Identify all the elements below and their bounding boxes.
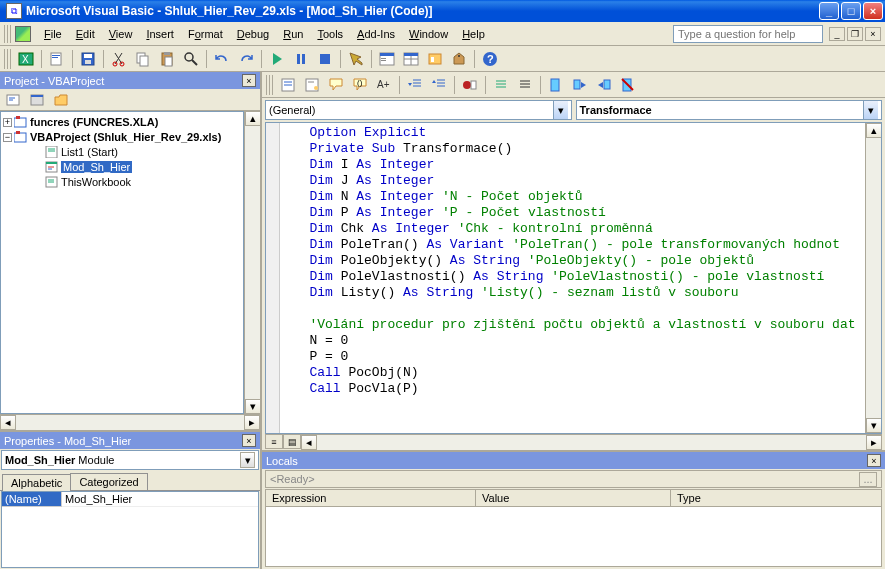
svg-point-70 (463, 81, 471, 89)
full-module-view-button[interactable]: ▤ (283, 434, 301, 449)
chevron-down-icon[interactable]: ▾ (553, 101, 568, 119)
chevron-down-icon[interactable]: ▾ (240, 452, 255, 468)
prop-value-cell[interactable]: Mod_Sh_Hier (62, 492, 258, 507)
save-button[interactable] (77, 48, 99, 70)
object-combo[interactable]: (General) ▾ (265, 100, 572, 120)
project-icon (14, 131, 28, 143)
toolbar-grip[interactable] (4, 49, 11, 69)
code-margin[interactable] (266, 123, 280, 433)
svg-text:X: X (22, 54, 29, 65)
view-object-button[interactable] (26, 89, 48, 111)
help-button[interactable]: ? (479, 48, 501, 70)
design-mode-button[interactable] (345, 48, 367, 70)
project-tree-vscroll[interactable]: ▴▾ (244, 111, 260, 414)
break-button[interactable] (290, 48, 312, 70)
help-search-input[interactable] (673, 25, 823, 43)
svg-marker-17 (273, 53, 282, 65)
run-button[interactable] (266, 48, 288, 70)
code-vscroll[interactable]: ▴▾ (865, 123, 881, 433)
outdent-button[interactable] (428, 74, 450, 96)
list-constants-button[interactable] (301, 74, 323, 96)
menu-edit[interactable]: Edit (69, 25, 102, 43)
mdi-minimize-button[interactable]: _ (829, 27, 845, 41)
svg-point-32 (458, 55, 460, 57)
paste-button[interactable] (156, 48, 178, 70)
properties-grid[interactable]: (Name) Mod_Sh_Hier (1, 491, 259, 568)
tree-node-funcres[interactable]: funcres (FUNCRES.XLA) (30, 116, 158, 128)
menu-tools[interactable]: Tools (310, 25, 350, 43)
tree-node-vbaproject[interactable]: VBAProject (Shluk_Hier_Rev_29.xls) (30, 131, 221, 143)
undo-button[interactable] (211, 48, 233, 70)
properties-window-button[interactable] (400, 48, 422, 70)
excel-icon[interactable] (15, 26, 31, 42)
find-button[interactable] (180, 48, 202, 70)
project-explorer-button[interactable] (376, 48, 398, 70)
menu-debug[interactable]: Debug (230, 25, 276, 43)
breakpoint-button[interactable] (459, 74, 481, 96)
locals-panel-close-button[interactable]: × (867, 454, 881, 467)
menubar-grip[interactable] (4, 25, 11, 43)
collapse-icon[interactable]: − (3, 133, 12, 142)
menu-insert[interactable]: Insert (139, 25, 181, 43)
reset-button[interactable] (314, 48, 336, 70)
next-bookmark-button[interactable] (569, 74, 591, 96)
toolbox-button[interactable] (448, 48, 470, 70)
menu-format[interactable]: Format (181, 25, 230, 43)
locals-header-expression[interactable]: Expression (266, 490, 476, 506)
code-hscroll[interactable]: ◂▸ (301, 434, 882, 450)
code-editor[interactable]: Option Explicit Private Sub Transformace… (265, 122, 882, 434)
redo-button[interactable] (235, 48, 257, 70)
prop-name-cell[interactable]: (Name) (2, 492, 62, 507)
clear-bookmarks-button[interactable] (617, 74, 639, 96)
menu-run[interactable]: Run (276, 25, 310, 43)
menu-file[interactable]: File (37, 25, 69, 43)
chevron-down-icon[interactable]: ▾ (863, 101, 878, 119)
project-tree-hscroll[interactable]: ◂▸ (0, 414, 260, 430)
list-properties-button[interactable] (277, 74, 299, 96)
edit-toolbar-grip[interactable] (266, 75, 273, 95)
cut-button[interactable] (108, 48, 130, 70)
code-text[interactable]: Option Explicit Private Sub Transformace… (280, 123, 865, 433)
procedure-view-button[interactable]: ≡ (265, 434, 283, 449)
view-code-button[interactable] (2, 89, 24, 111)
tree-node-thisworkbook[interactable]: ThisWorkbook (61, 176, 131, 188)
mdi-close-button[interactable]: × (865, 27, 881, 41)
menu-help[interactable]: Help (455, 25, 492, 43)
tab-alphabetic[interactable]: Alphabetic (2, 474, 71, 491)
bookmark-toggle-button[interactable] (545, 74, 567, 96)
toggle-folders-button[interactable] (50, 89, 72, 111)
view-excel-button[interactable]: X (15, 48, 37, 70)
parameter-info-button[interactable]: () (349, 74, 371, 96)
close-button[interactable]: × (863, 2, 883, 20)
complete-word-button[interactable]: A+ (373, 74, 395, 96)
maximize-button[interactable]: □ (841, 2, 861, 20)
menu-view[interactable]: View (102, 25, 140, 43)
menu-window[interactable]: Window (402, 25, 455, 43)
locals-header-value[interactable]: Value (476, 490, 671, 506)
prev-bookmark-button[interactable] (593, 74, 615, 96)
object-browser-button[interactable] (424, 48, 446, 70)
comment-block-button[interactable] (490, 74, 512, 96)
expand-icon[interactable]: + (3, 118, 12, 127)
properties-object-combo[interactable]: Mod_Sh_Hier Module ▾ (1, 450, 259, 470)
mdi-restore-button[interactable]: ❐ (847, 27, 863, 41)
locals-header-type[interactable]: Type (671, 490, 881, 506)
tree-node-list1[interactable]: List1 (Start) (61, 146, 118, 158)
quick-info-button[interactable] (325, 74, 347, 96)
procedure-combo[interactable]: Transformace ▾ (576, 100, 883, 120)
copy-button[interactable] (132, 48, 154, 70)
tab-categorized[interactable]: Categorized (70, 473, 147, 490)
insert-module-button[interactable] (46, 48, 68, 70)
project-panel-close-button[interactable]: × (242, 74, 256, 87)
project-tree[interactable]: +funcres (FUNCRES.XLA) −VBAProject (Shlu… (0, 111, 244, 414)
minimize-button[interactable]: _ (819, 2, 839, 20)
tree-node-mod-sh-hier[interactable]: Mod_Sh_Hier (61, 161, 132, 173)
indent-button[interactable] (404, 74, 426, 96)
uncomment-block-button[interactable] (514, 74, 536, 96)
locals-context-button[interactable]: ... (859, 472, 877, 487)
workbook-icon (45, 176, 59, 188)
properties-panel-close-button[interactable]: × (242, 434, 256, 447)
svg-rect-44 (46, 146, 57, 158)
locals-body[interactable] (265, 507, 882, 567)
menu-addins[interactable]: Add-Ins (350, 25, 402, 43)
